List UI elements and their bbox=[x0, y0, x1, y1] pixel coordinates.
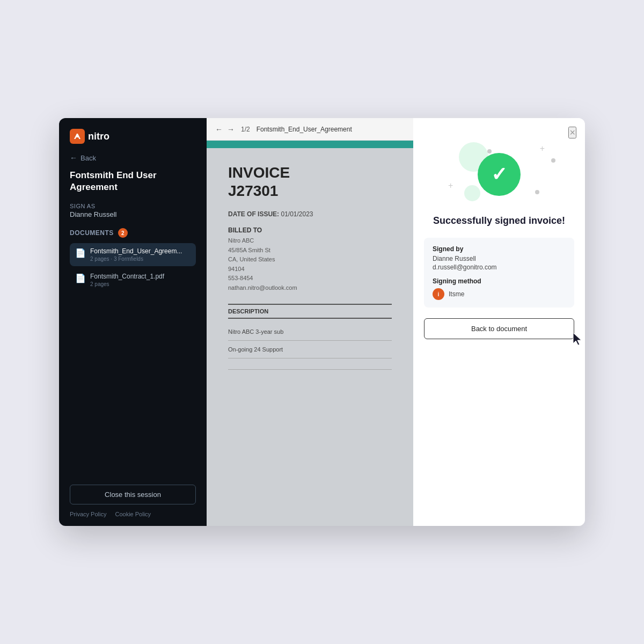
viewer-content: INVOICE J27301 DATE OF ISSUE: 01/01/2023… bbox=[207, 141, 413, 526]
invoice-body: INVOICE J27301 DATE OF ISSUE: 01/01/2023… bbox=[207, 148, 413, 380]
signing-method-label: Signing method bbox=[433, 277, 566, 285]
billed-phone: 553-8454 bbox=[228, 274, 392, 283]
next-page-button[interactable]: → bbox=[227, 125, 235, 134]
documents-label: Documents bbox=[70, 229, 114, 237]
cookie-policy-link[interactable]: Cookie Policy bbox=[115, 511, 151, 517]
bubble-3 bbox=[487, 149, 492, 153]
plus-icon-1: + bbox=[540, 144, 545, 153]
date-value: 01/01/2023 bbox=[281, 210, 313, 218]
signed-by-card: Signed by Dianne Russell d.russell@gonit… bbox=[424, 238, 574, 308]
date-label: DATE OF ISSUE: bbox=[228, 210, 279, 218]
viewer-toolbar: ← → 1/2 Fontsmith_End_User_Agreement bbox=[207, 118, 413, 141]
description-header: DESCRIPTION bbox=[228, 304, 392, 319]
toolbar-navigation: ← → bbox=[215, 125, 235, 134]
back-link[interactable]: ← Back bbox=[70, 153, 196, 162]
doc-info-1: Fontsmith_End_User_Agreem... 2 pages · 3… bbox=[90, 247, 182, 262]
nitro-icon bbox=[70, 129, 85, 144]
itsme-icon: i bbox=[433, 288, 444, 300]
page-indicator: 1/2 bbox=[241, 126, 250, 133]
success-title: Successfully signed invoice! bbox=[424, 215, 574, 227]
billed-address1: 45/85A Smith St bbox=[228, 246, 392, 255]
invoice-title: INVOICE bbox=[228, 164, 392, 181]
signing-method-value: i Itsme bbox=[433, 288, 566, 300]
document-viewer: ← → 1/2 Fontsmith_End_User_Agreement INV… bbox=[207, 118, 413, 526]
close-session-button[interactable]: Close this session bbox=[70, 485, 196, 504]
bubble-4 bbox=[551, 158, 555, 163]
signing-method-name: Itsme bbox=[449, 290, 464, 298]
doc-item-1[interactable]: 📄 Fontsmith_End_User_Agreem... 2 pages ·… bbox=[70, 243, 196, 266]
success-panel: × + + ✓ Successfully signed invoice! Sig… bbox=[413, 118, 585, 526]
bubble-2 bbox=[464, 185, 480, 201]
sign-as-name: Dianne Russell bbox=[70, 210, 196, 218]
billed-zip: 94104 bbox=[228, 265, 392, 274]
invoice-document: INVOICE J27301 DATE OF ISSUE: 01/01/2023… bbox=[207, 141, 413, 526]
signed-by-email: d.russell@gonitro.com bbox=[433, 264, 566, 271]
sidebar-bottom: Close this session Privacy Policy Cookie… bbox=[70, 485, 196, 517]
cursor-indicator bbox=[571, 332, 584, 349]
plus-icon-2: + bbox=[448, 181, 453, 191]
back-label: Back bbox=[80, 154, 96, 162]
invoice-row-2: On-going 24 Support bbox=[228, 341, 392, 358]
invoice-row-3 bbox=[228, 358, 392, 370]
documents-header: Documents 2 bbox=[70, 228, 196, 238]
invoice-number: J27301 bbox=[228, 182, 392, 200]
doc-icon-2: 📄 bbox=[75, 273, 86, 283]
billed-address2: CA, United States bbox=[228, 255, 392, 265]
invoice-row-1: Nitro ABC 3-year sub bbox=[228, 323, 392, 341]
success-illustration: + + ✓ bbox=[424, 129, 574, 215]
invoice-date: DATE OF ISSUE: 01/01/2023 bbox=[228, 210, 392, 218]
signed-by-label: Signed by bbox=[433, 245, 566, 253]
nitro-logo-text: nitro bbox=[88, 131, 109, 142]
app-window: nitro ← Back Fontsmith End User Agreemen… bbox=[59, 118, 585, 526]
documents-count-badge: 2 bbox=[118, 228, 128, 238]
doc-info-2: Fontsmith_Contract_1.pdf 2 pages bbox=[90, 273, 164, 287]
back-arrow-icon: ← bbox=[70, 153, 77, 162]
document-filename: Fontsmith_End_User_Agreement bbox=[257, 126, 352, 133]
prev-page-button[interactable]: ← bbox=[215, 125, 223, 134]
billed-email: nathan.nitro@outlook.com bbox=[228, 283, 392, 293]
success-circle: ✓ bbox=[478, 153, 521, 196]
sidebar-footer: Privacy Policy Cookie Policy bbox=[70, 511, 196, 517]
doc-meta-1: 2 pages · 3 Formfields bbox=[90, 256, 182, 262]
document-title: Fontsmith End User Agreement bbox=[70, 170, 196, 193]
billed-info: Nitro ABC 45/85A Smith St CA, United Sta… bbox=[228, 236, 392, 293]
signed-by-name: Dianne Russell bbox=[433, 255, 566, 262]
invoice-top-bar bbox=[207, 141, 413, 148]
logo: nitro bbox=[70, 129, 196, 144]
checkmark-icon: ✓ bbox=[491, 163, 507, 186]
doc-icon-1: 📄 bbox=[75, 248, 86, 258]
doc-name-2: Fontsmith_Contract_1.pdf bbox=[90, 273, 164, 280]
doc-meta-2: 2 pages bbox=[90, 281, 164, 287]
invoice-page: INVOICE J27301 DATE OF ISSUE: 01/01/2023… bbox=[207, 141, 413, 526]
privacy-policy-link[interactable]: Privacy Policy bbox=[70, 511, 106, 517]
sidebar: nitro ← Back Fontsmith End User Agreemen… bbox=[59, 118, 207, 526]
doc-item-2[interactable]: 📄 Fontsmith_Contract_1.pdf 2 pages bbox=[70, 268, 196, 291]
bubble-5 bbox=[535, 190, 539, 194]
billed-company: Nitro ABC bbox=[228, 236, 392, 246]
sign-as-label: Sign as bbox=[70, 203, 196, 209]
doc-name-1: Fontsmith_End_User_Agreem... bbox=[90, 247, 182, 255]
billed-to-label: BILLED TO bbox=[228, 226, 392, 234]
back-to-document-button[interactable]: Back to document bbox=[424, 318, 574, 339]
